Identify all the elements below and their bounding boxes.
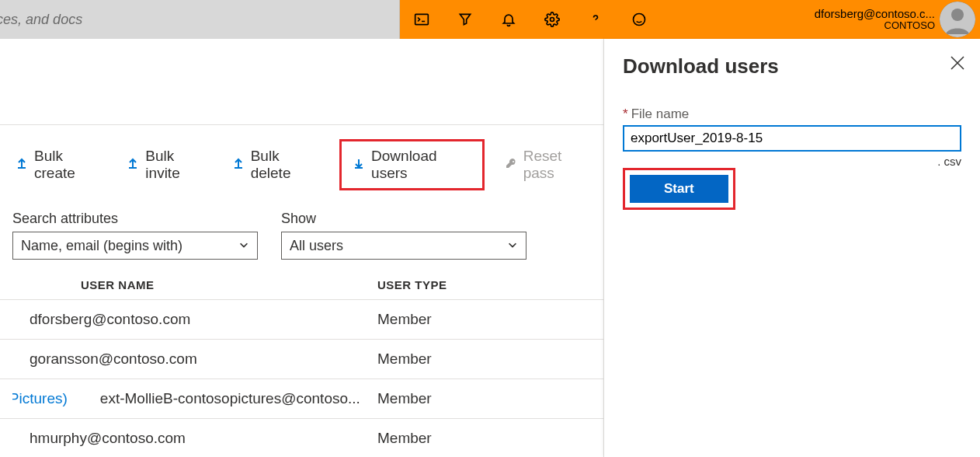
help-icon[interactable] bbox=[574, 0, 617, 39]
bulk-delete-button[interactable]: Bulk delete bbox=[229, 146, 322, 183]
cloud-shell-icon[interactable] bbox=[400, 0, 443, 39]
row-usertype: Member bbox=[377, 351, 591, 368]
search-attributes-label: Search attributes bbox=[12, 211, 258, 227]
upload-arrow-icon bbox=[16, 156, 28, 173]
svg-rect-0 bbox=[415, 14, 429, 24]
account-text: dforsberg@contoso.c... CONTOSO bbox=[815, 7, 935, 32]
download-users-button[interactable]: Download users bbox=[339, 139, 485, 190]
key-icon bbox=[505, 156, 517, 173]
upload-arrow-icon bbox=[232, 156, 245, 173]
bulk-create-button[interactable]: Bulk create bbox=[12, 146, 106, 183]
download-users-panel: Download users *File name . csv Start bbox=[604, 39, 980, 457]
show-value: All users bbox=[290, 238, 343, 254]
main-content: Bulk create Bulk invite Bulk delete Down… bbox=[0, 39, 604, 457]
top-bar: Search resources, services, and docs dfo… bbox=[0, 0, 980, 39]
file-name-label: *File name bbox=[623, 106, 961, 122]
table-row[interactable]: goransson@contoso.com Member bbox=[0, 339, 603, 379]
directory-filter-icon[interactable] bbox=[443, 0, 487, 39]
row-usertype: Member bbox=[377, 311, 591, 328]
settings-gear-icon[interactable] bbox=[530, 0, 574, 39]
panel-title: Download users bbox=[623, 54, 961, 78]
reset-password-label: Reset pass bbox=[523, 148, 593, 182]
bulk-invite-button[interactable]: Bulk invite bbox=[123, 146, 211, 183]
account-email: dforsberg@contoso.c... bbox=[815, 7, 935, 20]
show-label: Show bbox=[281, 211, 526, 227]
account-tenant: CONTOSO bbox=[815, 20, 935, 32]
bulk-delete-label: Bulk delete bbox=[251, 148, 319, 182]
table-row[interactable]: o Pictures) ext-MollieB-contosopictures@… bbox=[0, 379, 603, 418]
row-usertype: Member bbox=[377, 430, 591, 447]
reset-password-button: Reset pass bbox=[502, 146, 596, 183]
file-name-input[interactable] bbox=[623, 125, 961, 152]
upload-arrow-icon bbox=[127, 156, 139, 173]
bulk-invite-label: Bulk invite bbox=[145, 148, 208, 182]
table-row[interactable]: hmurphy@contoso.com Member bbox=[0, 418, 603, 457]
close-panel-button[interactable] bbox=[949, 54, 966, 72]
chevron-down-icon bbox=[238, 238, 249, 254]
search-placeholder: Search resources, services, and docs bbox=[0, 12, 82, 28]
feedback-smiley-icon[interactable] bbox=[617, 0, 661, 39]
row-username: hmurphy@contoso.com bbox=[30, 430, 186, 447]
svg-point-1 bbox=[551, 18, 554, 22]
top-icon-row bbox=[400, 0, 661, 39]
column-usertype[interactable]: USER TYPE bbox=[377, 278, 591, 291]
download-arrow-icon bbox=[353, 156, 365, 173]
row-username: goransson@contoso.com bbox=[30, 351, 197, 368]
show-dropdown[interactable]: All users bbox=[281, 232, 526, 260]
global-search-box[interactable]: Search resources, services, and docs bbox=[0, 0, 400, 39]
row-usertype: Member bbox=[377, 390, 591, 407]
file-extension-label: . csv bbox=[623, 155, 961, 168]
avatar[interactable] bbox=[940, 2, 975, 37]
upper-region bbox=[0, 39, 603, 125]
row-username: dforsberg@contoso.com bbox=[30, 311, 190, 328]
chevron-down-icon bbox=[507, 238, 518, 254]
download-users-label: Download users bbox=[371, 148, 471, 182]
required-asterisk: * bbox=[623, 106, 628, 121]
notifications-icon[interactable] bbox=[487, 0, 530, 39]
svg-point-2 bbox=[634, 14, 645, 26]
bulk-create-label: Bulk create bbox=[34, 148, 103, 182]
search-attributes-dropdown[interactable]: Name, email (begins with) bbox=[12, 232, 258, 260]
row-prefix: o Pictures) bbox=[12, 390, 72, 406]
search-attributes-value: Name, email (begins with) bbox=[21, 238, 182, 254]
start-button-highlight: Start bbox=[623, 168, 735, 210]
column-username[interactable]: USER NAME bbox=[12, 278, 377, 291]
table-header: USER NAME USER TYPE bbox=[0, 269, 603, 299]
table-row[interactable]: dforsberg@contoso.com Member bbox=[0, 299, 603, 339]
filters-row: Search attributes Name, email (begins wi… bbox=[0, 204, 603, 269]
command-bar: Bulk create Bulk invite Bulk delete Down… bbox=[0, 125, 603, 204]
row-username: ext-MollieB-contosopictures@contoso... bbox=[100, 390, 360, 407]
account-area[interactable]: dforsberg@contoso.c... CONTOSO bbox=[815, 0, 980, 39]
start-button[interactable]: Start bbox=[630, 175, 728, 203]
svg-point-4 bbox=[951, 9, 964, 21]
